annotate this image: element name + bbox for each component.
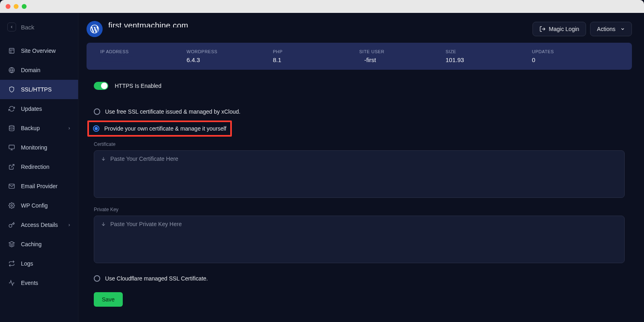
magic-login-button[interactable]: Magic Login: [533, 22, 586, 36]
sidebar-item-label: Monitoring: [21, 144, 47, 151]
stat-label: UPDATES: [532, 49, 619, 54]
sidebar-item-label: Domain: [21, 67, 40, 73]
stat-label: PHP: [273, 49, 359, 54]
stat-label: SIZE: [446, 49, 532, 54]
sidebar-item-label: WP Config: [21, 202, 48, 209]
sidebar-item-label: Backup: [21, 125, 40, 131]
mail-icon: [8, 183, 15, 190]
sidebar-item-label: SSL/HTTPS: [21, 86, 52, 93]
ssl-option-custom[interactable]: Provide your own certificate & manage it…: [93, 125, 226, 132]
stat-site-user: SITE USER -first: [359, 49, 446, 63]
stat-label: SITE USER: [359, 49, 446, 54]
private-key-label: Private Key: [94, 207, 625, 212]
highlight-annotation: Provide your own certificate & manage it…: [87, 120, 232, 137]
sidebar-item-label: Redirection: [21, 164, 50, 170]
save-button[interactable]: Save: [94, 292, 123, 307]
sidebar-item-redirection[interactable]: Redirection: [0, 157, 78, 177]
stat-updates: UPDATES 0: [532, 49, 619, 63]
sidebar-item-site-overview[interactable]: Site Overview: [0, 41, 78, 60]
stat-label: WORDPRESS: [187, 49, 273, 54]
stat-value: 6.4.3: [187, 56, 273, 63]
certificate-label: Certificate: [94, 141, 625, 147]
svg-marker-12: [9, 241, 14, 244]
option-custom-label: Provide your own certificate & manage it…: [104, 125, 226, 132]
back-label: Back: [21, 24, 34, 31]
option-cloudflare-label: Use Cloudflare managed SSL Certificate.: [105, 275, 208, 282]
window-minimize[interactable]: [14, 4, 19, 9]
radio-checked-icon: [93, 125, 99, 132]
stat-ip: IP ADDRESS: [100, 49, 187, 63]
window-close[interactable]: [6, 4, 10, 9]
stat-value: -first: [359, 56, 446, 63]
chevron-down-icon: [620, 27, 625, 31]
sidebar-item-domain[interactable]: Domain: [0, 60, 78, 80]
settings-icon: [8, 202, 15, 209]
radio-icon: [94, 275, 100, 282]
site-header: first.ventmachine.com 📍Vultr Server 🌐Vis…: [87, 13, 632, 43]
external-link-icon: [8, 163, 15, 170]
svg-point-5: [9, 125, 14, 127]
stat-label: IP ADDRESS: [100, 49, 187, 54]
stat-value: 101.93: [446, 56, 532, 63]
sidebar-item-logs[interactable]: Logs: [0, 254, 78, 273]
stat-value: 0: [532, 56, 619, 63]
svg-rect-0: [9, 48, 14, 53]
https-toggle[interactable]: [94, 82, 108, 90]
stat-wordpress: WORDPRESS 6.4.3: [187, 49, 273, 63]
chevron-right-icon: ›: [68, 125, 70, 131]
stat-value: [100, 56, 187, 63]
sidebar-item-wp-config[interactable]: WP Config: [0, 196, 78, 215]
svg-rect-6: [9, 145, 14, 149]
sidebar-item-label: Events: [21, 280, 38, 286]
sidebar-item-updates[interactable]: Updates: [0, 99, 78, 118]
key-icon: [8, 221, 15, 229]
ssl-option-cloudflare[interactable]: Use Cloudflare managed SSL Certificate.: [94, 272, 625, 285]
window-titlebar: [0, 0, 644, 13]
redacted-overlay: [108, 27, 223, 43]
back-button[interactable]: Back: [0, 20, 78, 41]
stat-size: SIZE 101.93: [446, 49, 532, 63]
sidebar: Back Site Overview Domain SSL/HTTPS Upda: [0, 13, 78, 322]
svg-point-11: [11, 205, 12, 206]
radio-icon: [94, 108, 100, 115]
certificate-textarea[interactable]: [110, 156, 618, 193]
logout-icon: [539, 26, 546, 32]
stats-strip: IP ADDRESS WORDPRESS 6.4.3 PHP 8.1 SITE …: [87, 43, 632, 70]
monitor-icon: [8, 144, 15, 151]
sidebar-item-caching[interactable]: Caching: [0, 235, 78, 254]
swap-icon: [8, 260, 15, 267]
actions-dropdown[interactable]: Actions: [590, 22, 632, 36]
sidebar-item-label: Access Details: [21, 222, 58, 228]
activity-icon: [8, 279, 15, 287]
window-zoom[interactable]: [22, 4, 27, 9]
sidebar-item-ssl-https[interactable]: SSL/HTTPS: [0, 80, 78, 99]
main-content: first.ventmachine.com 📍Vultr Server 🌐Vis…: [78, 13, 644, 322]
actions-label: Actions: [597, 26, 615, 32]
shield-icon: [8, 86, 15, 93]
layers-icon: [8, 241, 15, 248]
download-arrow-icon: [101, 222, 106, 258]
download-arrow-icon: [101, 156, 106, 193]
svg-line-9: [11, 164, 14, 167]
option-free-label: Use free SSL certificate issued & manage…: [105, 108, 240, 115]
layout-icon: [8, 47, 15, 54]
sidebar-item-access-details[interactable]: Access Details ›: [0, 215, 78, 235]
sidebar-item-label: Updates: [21, 106, 42, 112]
certificate-input-wrap: [94, 150, 625, 198]
sidebar-item-events[interactable]: Events: [0, 273, 78, 293]
private-key-input-wrap: [94, 216, 625, 263]
https-toggle-row: HTTPS Is Enabled: [94, 82, 625, 90]
private-key-textarea[interactable]: [110, 221, 618, 258]
sidebar-item-label: Logs: [21, 260, 33, 267]
wordpress-logo-icon: [87, 21, 103, 37]
ssl-option-free[interactable]: Use free SSL certificate issued & manage…: [94, 105, 625, 118]
refresh-icon: [8, 105, 15, 112]
stat-php: PHP 8.1: [273, 49, 359, 63]
magic-login-label: Magic Login: [549, 26, 580, 32]
sidebar-item-email-provider[interactable]: Email Provider: [0, 177, 78, 196]
chevron-right-icon: ›: [68, 222, 70, 228]
sidebar-item-label: Email Provider: [21, 183, 58, 189]
sidebar-item-label: Site Overview: [21, 48, 56, 54]
sidebar-item-monitoring[interactable]: Monitoring: [0, 138, 78, 157]
sidebar-item-backup[interactable]: Backup ›: [0, 118, 78, 138]
